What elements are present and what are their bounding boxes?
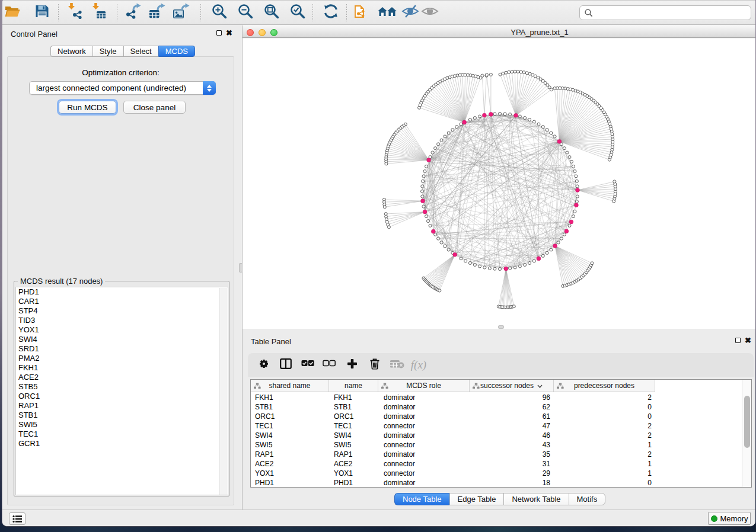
mcds-result-item[interactable]: TID3 — [16, 316, 228, 325]
table-cell: SWI4 — [329, 431, 378, 440]
table-cell: dominator — [378, 393, 470, 402]
network-from-selection-button[interactable] — [353, 3, 368, 22]
table-cell: dominator — [378, 450, 470, 459]
tab-network[interactable]: Network — [50, 46, 92, 57]
gear-button[interactable] — [259, 358, 269, 371]
export-network-button[interactable] — [126, 3, 142, 22]
mcds-result-item[interactable]: ORC1 — [16, 392, 228, 401]
table-row[interactable]: STB1STB1dominator620 — [251, 402, 741, 412]
tab-network-table[interactable]: Network Table — [503, 493, 568, 505]
show-panels-button[interactable] — [9, 512, 25, 525]
table-row[interactable]: ACE2ACE2connector311 — [251, 459, 741, 469]
tab-edge-table[interactable]: Edge Table — [449, 493, 504, 505]
mcds-result-list[interactable]: PHD1CAR1STP4TID3YOX1SWI4SRD1PMA2FKH1ACE2… — [15, 287, 228, 495]
first-neighbors-button[interactable] — [378, 4, 398, 21]
tab-node-table[interactable]: Node Table — [394, 493, 449, 505]
shared-column-icon — [557, 383, 564, 391]
mcds-result-item[interactable]: YOX1 — [16, 325, 228, 335]
mcds-result-item[interactable]: SWI5 — [16, 420, 228, 430]
table-cell: STB1 — [251, 402, 329, 412]
table-row[interactable]: TEC1TEC1connector472 — [251, 421, 741, 431]
table-row[interactable]: ORC1ORC1dominator610 — [251, 412, 741, 421]
column-header-MCDS-role[interactable]: MCDS role — [378, 380, 470, 392]
tab-motifs[interactable]: Motifs — [569, 493, 606, 505]
zoom-fit-button[interactable] — [264, 4, 280, 22]
mcds-result-item[interactable]: PHD1 — [16, 287, 228, 297]
refresh-button[interactable] — [323, 4, 339, 21]
column-header-name[interactable]: name — [329, 380, 378, 392]
mcds-result-item[interactable]: ACE2 — [16, 373, 228, 382]
mcds-result-item[interactable]: STB5 — [16, 382, 228, 392]
column-label: shared name — [269, 382, 310, 390]
table-row[interactable]: RAP1RAP1dominator352 — [251, 450, 741, 459]
search-input[interactable] — [579, 5, 751, 20]
memory-button[interactable]: Memory — [708, 512, 751, 525]
save-button[interactable] — [35, 4, 50, 21]
mcds-result-item[interactable]: STP4 — [16, 306, 228, 316]
mcds-result-item[interactable]: SRD1 — [16, 344, 228, 354]
delete-button[interactable] — [370, 358, 379, 372]
first-neighbors-icon — [378, 4, 398, 21]
table-cell: RAP1 — [251, 450, 329, 459]
table-scrollbar-thumb[interactable] — [744, 396, 750, 448]
network-canvas[interactable] — [243, 39, 755, 329]
zoom-in-button[interactable] — [212, 4, 228, 22]
table-panel-float-icon[interactable] — [735, 338, 741, 343]
tab-mcds[interactable]: MCDS — [158, 46, 195, 57]
table-row[interactable]: SWI4SWI4dominator462 — [251, 431, 741, 440]
mcds-result-item[interactable]: TEC1 — [16, 430, 228, 439]
network-view-title: YPA_prune.txt_1 — [261, 28, 755, 37]
checked-boxes-button[interactable] — [301, 360, 314, 370]
mcds-list-scrollbar[interactable] — [219, 288, 227, 495]
table-panel-close-icon[interactable]: ✖ — [745, 338, 751, 344]
add-button[interactable] — [347, 358, 358, 371]
show-all-button[interactable] — [421, 4, 439, 21]
vertical-splitter-handle[interactable] — [239, 263, 243, 273]
table-row[interactable]: YOX1YOX1connector291 — [251, 469, 741, 478]
optimization-criterion-select[interactable]: largest connected component (undirected) — [29, 81, 216, 95]
horizontal-splitter-handle[interactable] — [498, 325, 504, 329]
close-panel-button[interactable]: Close panel — [123, 101, 186, 114]
table-cell: dominator — [378, 412, 470, 421]
table-scrollbar[interactable] — [742, 380, 751, 487]
run-mcds-button[interactable]: Run MCDS — [59, 101, 116, 114]
mcds-result-item[interactable]: CAR1 — [16, 297, 228, 306]
import-table-button[interactable] — [92, 3, 107, 22]
table-row[interactable]: SWI5SWI5connector431 — [251, 440, 741, 450]
mcds-result-item[interactable]: GCR1 — [16, 439, 228, 448]
table-cell: 2 — [554, 421, 655, 431]
zoom-selected-button[interactable] — [290, 4, 306, 22]
function-builder-button: f(x) — [411, 358, 426, 371]
tab-style[interactable]: Style — [92, 46, 123, 57]
export-table-button[interactable] — [149, 3, 167, 22]
window-close-icon[interactable] — [247, 29, 254, 36]
mcds-result-item[interactable]: SWI4 — [16, 335, 228, 344]
mcds-result-item[interactable]: RAP1 — [16, 401, 228, 411]
tab-select[interactable]: Select — [123, 46, 158, 57]
table-row[interactable]: FKH1FKH1dominator962 — [251, 393, 741, 402]
hide-selected-button[interactable] — [401, 4, 419, 21]
split-columns-button[interactable] — [280, 358, 292, 371]
unchecked-boxes-button[interactable] — [323, 360, 336, 370]
delete-table-button — [390, 359, 404, 371]
column-header-shared-name[interactable]: shared name — [251, 380, 329, 392]
mcds-result-item[interactable]: PMA2 — [16, 354, 228, 363]
export-image-button[interactable] — [173, 3, 191, 22]
export-table-icon — [149, 3, 167, 22]
control-panel-float-icon[interactable] — [216, 30, 222, 36]
table-cell: 43 — [470, 440, 554, 450]
mcds-result-item[interactable]: STB1 — [16, 411, 228, 420]
control-panel-close-icon[interactable]: ✖ — [226, 30, 232, 36]
zoom-out-button[interactable] — [238, 4, 254, 22]
import-network-button[interactable] — [68, 3, 83, 22]
column-header-successor-nodes[interactable]: successor nodes — [470, 380, 554, 392]
column-header-predecessor-nodes[interactable]: predecessor nodes — [554, 380, 655, 392]
column-label: name — [344, 382, 362, 390]
open-folder-button[interactable] — [4, 4, 21, 21]
table-row[interactable]: PHD1PHD1dominator180 — [251, 478, 741, 488]
table-cell: 18 — [470, 478, 554, 488]
mcds-result-item[interactable]: FKH1 — [16, 363, 228, 373]
refresh-icon — [323, 4, 339, 21]
table-cell: 46 — [470, 431, 554, 440]
control-panel-tabpane: NetworkStyleSelectMCDS Optimization crit… — [7, 56, 234, 505]
